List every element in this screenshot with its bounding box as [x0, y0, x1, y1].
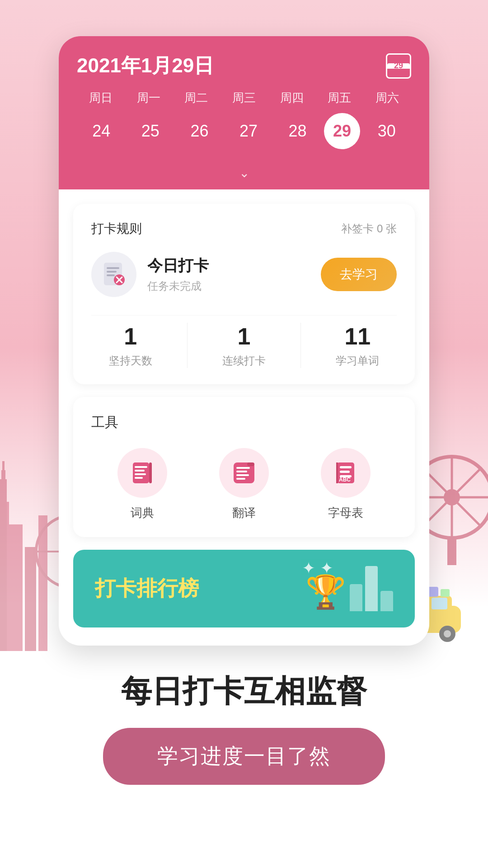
today-checkin-sub: 任务未完成	[147, 279, 209, 293]
svg-rect-39	[135, 477, 143, 479]
svg-rect-42	[236, 467, 250, 469]
svg-point-24	[444, 630, 451, 637]
calendar-date-cell[interactable]: 26	[177, 113, 222, 149]
checkin-avatar	[91, 252, 136, 297]
svg-rect-6	[2, 461, 5, 475]
svg-rect-27	[441, 589, 450, 597]
svg-rect-36	[135, 466, 147, 468]
week-day-label: 周三	[221, 90, 267, 106]
go-study-button[interactable]: 去学习	[321, 258, 397, 291]
svg-rect-0	[9, 524, 23, 651]
today-checkin-title: 今日打卡	[147, 255, 209, 276]
svg-rect-45	[236, 478, 245, 480]
bottom-section: 每日打卡互相监督 学习进度一目了然	[0, 646, 488, 821]
checkin-rule-label: 打卡规则	[91, 220, 142, 237]
calendar-section: 2021年1月29日 29 周日周一周二周三周四周五周六 24252627282…	[59, 36, 429, 189]
alphabet-icon-wrap: ABC	[321, 448, 371, 498]
week-days-row: 周日周一周二周三周四周五周六	[77, 90, 411, 106]
translate-icon-wrap	[219, 448, 269, 498]
phone-frame: 2021年1月29日 29 周日周一周二周三周四周五周六 24252627282…	[59, 36, 429, 646]
svg-rect-43	[236, 471, 247, 472]
svg-rect-46	[247, 462, 254, 466]
svg-rect-37	[135, 470, 145, 472]
week-day-label: 周二	[174, 90, 219, 106]
stat-divider	[187, 323, 188, 368]
supplement-card-label: 补签卡 0 张	[341, 222, 397, 236]
ranking-text-highlight: 排行榜	[136, 576, 199, 600]
svg-rect-50	[340, 471, 350, 473]
svg-rect-29	[107, 267, 119, 269]
ranking-visual: 🏆	[305, 566, 393, 611]
dictionary-icon-wrap	[117, 448, 167, 498]
calendar-date-cell[interactable]: 25	[128, 113, 173, 149]
svg-rect-49	[340, 466, 352, 468]
rank-bar-1	[350, 584, 362, 611]
checkin-main-row: 今日打卡 任务未完成 去学习	[91, 252, 397, 297]
svg-rect-4	[0, 479, 7, 651]
stat-item: 1 连续打卡	[222, 323, 266, 368]
week-day-label: 周一	[126, 90, 171, 106]
checkin-card: 打卡规则 补签卡 0 张 今日	[73, 204, 415, 384]
rank-bars	[350, 566, 393, 611]
svg-rect-31	[107, 274, 115, 276]
tools-title: 工具	[91, 413, 397, 432]
calendar-date-cell[interactable]: 29	[324, 113, 360, 149]
checkin-left: 今日打卡 任务未完成	[91, 252, 209, 297]
calendar-icon-button[interactable]: 29	[386, 53, 411, 79]
dictionary-tool-label: 词典	[131, 505, 154, 521]
checkin-info: 今日打卡 任务未完成	[147, 255, 209, 293]
svg-rect-35	[133, 462, 149, 483]
rank-bar-2	[365, 566, 378, 611]
calendar-date-cell[interactable]: 28	[275, 113, 320, 149]
ranking-banner[interactable]: 打卡排行榜 ✦ ✦ 🏆	[73, 550, 415, 627]
svg-text:ABC: ABC	[339, 476, 351, 483]
stat-label: 学习单词	[336, 354, 379, 368]
alphabet-tool-label: 字母表	[328, 505, 363, 521]
ranking-text-pre: 打卡	[95, 576, 136, 600]
svg-rect-38	[135, 473, 146, 475]
stat-divider	[300, 323, 301, 368]
svg-point-15	[444, 489, 460, 505]
svg-rect-44	[236, 474, 249, 476]
stats-row: 1 坚持天数 1 连续打卡 11 学习单词	[91, 315, 397, 368]
week-day-label: 周日	[78, 90, 123, 106]
tool-dictionary[interactable]: 词典	[117, 448, 167, 521]
week-day-label: 周六	[365, 90, 410, 106]
week-day-label: 周四	[269, 90, 314, 106]
stat-num: 1	[238, 323, 251, 350]
trophy-icon: 🏆	[305, 573, 346, 611]
stat-label: 连续打卡	[222, 354, 266, 368]
svg-rect-40	[149, 462, 152, 483]
bottom-cta-button[interactable]: 学习进度一目了然	[103, 728, 385, 785]
calendar-date-cell[interactable]: 30	[364, 113, 409, 149]
stat-item: 1 坚持天数	[109, 323, 152, 368]
stat-num: 1	[124, 323, 137, 350]
stat-label: 坚持天数	[109, 354, 152, 368]
calendar-date-cell[interactable]: 27	[226, 113, 271, 149]
svg-rect-16	[447, 538, 456, 565]
tool-translate[interactable]: 翻译	[219, 448, 269, 521]
ranking-text: 打卡排行榜	[95, 575, 199, 603]
stat-num: 11	[344, 323, 371, 350]
translate-tool-label: 翻译	[232, 505, 256, 521]
svg-rect-2	[25, 547, 36, 651]
calendar-title: 2021年1月29日	[77, 52, 214, 79]
tool-alphabet[interactable]: ABC 字母表	[321, 448, 371, 521]
tools-card: 工具 词典 翻译 ABC 字母表	[73, 397, 415, 537]
bottom-headline: 每日打卡互相监督	[121, 673, 367, 710]
svg-rect-20	[432, 598, 447, 609]
rank-bar-3	[380, 591, 393, 611]
tools-row: 词典 翻译 ABC 字母表	[91, 448, 397, 521]
checkin-header: 打卡规则 补签卡 0 张	[91, 220, 397, 237]
calendar-date-cell[interactable]: 24	[79, 113, 124, 149]
stat-item: 11 学习单词	[336, 323, 379, 368]
dates-row: 24252627282930	[77, 113, 411, 162]
calendar-expand-chevron[interactable]: ⌄	[77, 162, 411, 189]
week-day-label: 周五	[317, 90, 362, 106]
svg-rect-30	[107, 271, 117, 273]
